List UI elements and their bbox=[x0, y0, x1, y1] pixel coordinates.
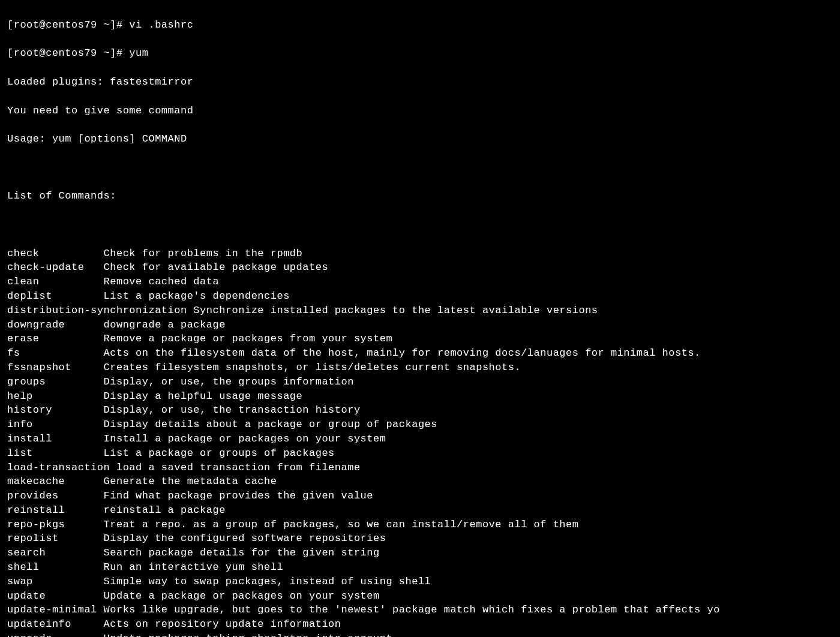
command-row: info Display details about a package or … bbox=[7, 417, 833, 432]
command-row: fs Acts on the filesystem data of the ho… bbox=[7, 346, 833, 360]
command-row: groups Display, or use, the groups infor… bbox=[7, 375, 833, 389]
command-row: repo-pkgs Treat a repo. as a group of pa… bbox=[7, 518, 833, 532]
command-row: install Install a package or packages on… bbox=[7, 432, 833, 446]
usage-line: Usage: yum [options] COMMAND bbox=[7, 132, 833, 146]
command-row: swap Simple way to swap packages, instea… bbox=[7, 575, 833, 589]
prompt-line-1: [root@centos79 ~]# vi .bashrc bbox=[7, 18, 833, 32]
command-row: search Search package details for the gi… bbox=[7, 546, 833, 560]
command-row: update Update a package or packages on y… bbox=[7, 589, 833, 603]
command-row: check Check for problems in the rpmdb bbox=[7, 247, 833, 261]
command-row: list List a package or groups of package… bbox=[7, 446, 833, 461]
prompt-line-2: [root@centos79 ~]# yum bbox=[7, 46, 833, 61]
need-command-line: You need to give some command bbox=[7, 104, 833, 118]
command-row: makecache Generate the metadata cache bbox=[7, 474, 833, 489]
command-row: help Display a helpful usage message bbox=[7, 389, 833, 404]
command-row: updateinfo Acts on repository update inf… bbox=[7, 617, 833, 632]
command-row: check-update Check for available package… bbox=[7, 260, 833, 275]
command-row: deplist List a package's dependencies bbox=[7, 289, 833, 304]
command-row: history Display, or use, the transaction… bbox=[7, 403, 833, 417]
command-row: provides Find what package provides the … bbox=[7, 489, 833, 503]
commands-list: check Check for problems in the rpmdbche… bbox=[7, 247, 833, 637]
command-row: distribution-synchronization Synchronize… bbox=[7, 304, 833, 318]
command-row: update-minimal Works like upgrade, but g… bbox=[7, 603, 833, 617]
command-row: clean Remove cached data bbox=[7, 275, 833, 289]
list-header: List of Commands: bbox=[7, 189, 833, 203]
command-row: load-transaction load a saved transactio… bbox=[7, 461, 833, 475]
command-row: fssnapshot Creates filesystem snapshots,… bbox=[7, 360, 833, 375]
command-row: upgrade Update packages taking obsoletes… bbox=[7, 632, 833, 637]
blank-line bbox=[7, 218, 833, 232]
blank-line bbox=[7, 161, 833, 175]
command-row: reinstall reinstall a package bbox=[7, 503, 833, 518]
plugins-line: Loaded plugins: fastestmirror bbox=[7, 75, 833, 89]
terminal-output[interactable]: [root@centos79 ~]# vi .bashrc [root@cent… bbox=[0, 0, 840, 637]
command-row: repolist Display the configured software… bbox=[7, 531, 833, 546]
command-row: erase Remove a package or packages from … bbox=[7, 332, 833, 346]
command-row: downgrade downgrade a package bbox=[7, 318, 833, 332]
command-row: shell Run an interactive yum shell bbox=[7, 560, 833, 575]
